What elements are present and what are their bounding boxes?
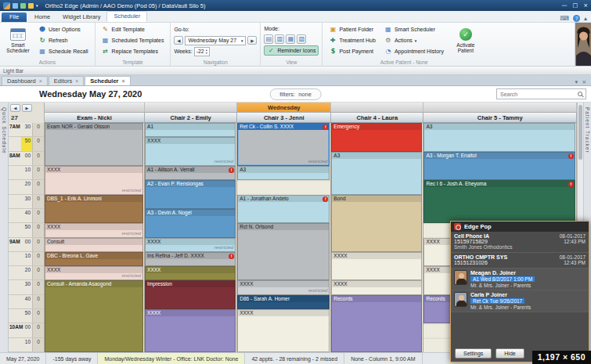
time-slot[interactable]: 300 (9, 280, 44, 294)
appointment[interactable]: XXXX (331, 280, 422, 294)
time-slot[interactable]: 100 (9, 166, 44, 180)
replace-templates-button[interactable]: ⇄ Replace Templates (99, 46, 168, 56)
time-slot[interactable]: 500 (9, 309, 44, 323)
smart-scheduler-small-button[interactable]: ▦ Smart Scheduler (381, 24, 447, 34)
edit-template-button[interactable]: ✎ Edit Template (99, 24, 168, 34)
appointment[interactable]: D86 - Sarah A. Homer (237, 295, 330, 309)
appointment[interactable]: A3 (423, 123, 575, 152)
time-slot[interactable]: 500 (9, 223, 44, 237)
patient-appointment[interactable]: A1 Wed 8/2/2017 1:00 PM (470, 276, 535, 282)
appointment[interactable]: XXXX (237, 309, 330, 352)
appointment[interactable]: XXXX (331, 252, 422, 281)
mode-button-3[interactable]: ▦ (286, 34, 295, 44)
weeks-stepper[interactable]: -22 ▴▾ (194, 47, 210, 56)
tab-editors-close-icon[interactable]: × (75, 78, 78, 84)
tab-scheduler[interactable]: Scheduler (106, 11, 147, 22)
user-options-button[interactable]: ☻ User Options (35, 24, 92, 34)
tab-scheduler-close-icon[interactable]: × (122, 78, 125, 84)
tab-editors[interactable]: Editors × (49, 76, 84, 85)
appointment[interactable]: A3 - Devin A. Nogel (145, 209, 236, 238)
call-entry[interactable]: Cell Phone IA15159715829Smith Jones Orth… (451, 232, 589, 253)
time-slot[interactable]: 200 (9, 266, 44, 280)
refresh-button[interactable]: ↻ Refresh (35, 35, 92, 45)
appointment[interactable]: Records (331, 295, 422, 352)
appointment[interactable]: XXXXrestricted (45, 266, 143, 280)
time-slot[interactable]: 300 (9, 195, 44, 209)
appointment[interactable]: Rct N. Ortsond (237, 223, 330, 280)
appointment[interactable]: A1 - Jonathan Andeto! (237, 195, 330, 224)
schedule-column[interactable]: EmergencyA3BondXXXXXXXXRecords (331, 123, 423, 352)
time-slot[interactable]: 400 (9, 295, 44, 309)
quick-access-icon-1[interactable] (13, 3, 18, 9)
treatment-hub-button[interactable]: ✚ Treatment Hub (326, 35, 378, 45)
appointment[interactable]: Rec I 6 - Josh A. Eheyoma! (423, 180, 575, 223)
appointment[interactable]: Exam NOR - Gerald Olsson (45, 123, 143, 166)
quick-access-icon-3[interactable] (28, 3, 34, 9)
activate-patient-button[interactable]: ✓ Activate Patient (449, 24, 482, 57)
collapse-ribbon-icon[interactable]: ▴ (584, 15, 587, 22)
smart-scheduler-button[interactable]: Smart Scheduler (3, 24, 33, 57)
tab-overflow-icon[interactable]: ▾ (575, 79, 578, 85)
appointment[interactable]: Impression (145, 280, 236, 309)
tab-home[interactable]: Home (28, 13, 56, 22)
tab-close-all-icon[interactable]: × (582, 79, 586, 85)
mode-button-4[interactable]: ▧ (297, 34, 306, 44)
appointment[interactable]: XXXXrestricted (145, 137, 236, 166)
appointment[interactable]: XXXXrestricted (145, 238, 236, 252)
time-slot[interactable]: 400 (9, 209, 44, 223)
edge-pop-title-bar[interactable]: Edge Pop (451, 222, 589, 232)
help-icon[interactable]: ? (573, 15, 580, 22)
search-icon[interactable] (578, 92, 582, 96)
column-header[interactable]: Chair 4 - Laura (331, 113, 423, 122)
keyboard-icon[interactable]: ⌨ (560, 15, 569, 22)
call-entry[interactable]: ORTHO CMPTR SYS1515123102608-01-201712:4… (451, 253, 589, 268)
time-slot[interactable]: 9AM000 (9, 238, 44, 252)
restore-button[interactable]: □ (573, 2, 578, 9)
appointment[interactable]: XXXX (145, 266, 236, 280)
patient-entry[interactable]: Carla P JoinerRet Ck Tue 9/26/2017Mr. & … (451, 290, 589, 312)
mode-button-1[interactable]: ▤ (264, 34, 273, 44)
time-slot[interactable]: 8AM000 (9, 152, 44, 166)
column-header[interactable]: Chair 3 - Jenni (237, 113, 331, 122)
tab-widget-library[interactable]: Widget Library (56, 13, 106, 22)
column-header[interactable]: Chair 2 - Emily (145, 113, 237, 122)
appointment[interactable]: XXXX (145, 309, 236, 352)
appointment[interactable]: DBC - Breona L. Gave (45, 252, 143, 266)
time-slot[interactable]: 100 (9, 252, 44, 266)
column-header[interactable]: Chair 5 - Tammy (423, 113, 577, 122)
patient-appointment[interactable]: Ret Ck Tue 9/26/2017 (470, 298, 524, 304)
schedule-column[interactable]: A1XXXXrestrictedA1 - Allison A. Verrall!… (145, 123, 237, 352)
actions-menu-button[interactable]: ⚙ Actions ▾ (381, 35, 447, 45)
schedule-recall-button[interactable]: ▦ Schedule Recall (35, 46, 92, 56)
post-payment-button[interactable]: $ Post Payment (326, 46, 378, 56)
time-slot[interactable]: 100 (9, 338, 44, 352)
quick-access-icon-2[interactable] (20, 3, 26, 9)
settings-button[interactable]: Settings (455, 348, 492, 359)
appointment[interactable]: Emergency (331, 123, 422, 152)
quick-schedule-strip[interactable]: Quick Schedule (0, 103, 9, 352)
tab-scheduler-doc[interactable]: Scheduler × (85, 76, 130, 85)
hide-button[interactable]: Hide (496, 348, 524, 359)
appointment[interactable]: A3 (237, 166, 330, 180)
search-input[interactable] (500, 92, 575, 97)
schedule-column[interactable]: Ret Ck - Collin S. XXXXrestricted!A3A1 -… (237, 123, 331, 352)
appointment[interactable]: Bond (331, 195, 422, 252)
next-period-button[interactable]: ▶ (22, 104, 32, 112)
close-button[interactable]: × (583, 2, 588, 9)
appointment[interactable]: A3 - Morgan T. Enaitol! (423, 152, 575, 181)
appointment[interactable]: A3 (331, 152, 422, 195)
reminder-icons-button[interactable]: ✓ Reminder Icons (264, 45, 319, 56)
tab-dashboard[interactable]: Dashboard × (2, 76, 48, 85)
time-slot[interactable]: 500 (9, 137, 44, 151)
date-dropdown[interactable]: Wednesday May 27 ▾ (185, 36, 246, 45)
appointment[interactable]: Consult - Amanda Asaogond (45, 280, 143, 352)
weeks-down-icon[interactable]: ▾ (206, 52, 207, 55)
appointment[interactable]: XXXXrestricted (45, 166, 143, 195)
appointment-history-button[interactable]: ◔ Appointment History (381, 46, 447, 56)
filters-pill[interactable]: filters: none (269, 88, 322, 100)
patient-folder-button[interactable]: ▣ Patient Folder (326, 24, 378, 34)
time-slot[interactable]: 10AM000 (9, 323, 44, 337)
scheduled-templates-button[interactable]: ▦ Scheduled Templates (99, 35, 168, 45)
patient-entry[interactable]: Meagan D. JoinerA1 Wed 8/2/2017 1:00 PMM… (451, 268, 589, 290)
appointment[interactable]: XXXXrestricted (45, 223, 143, 237)
